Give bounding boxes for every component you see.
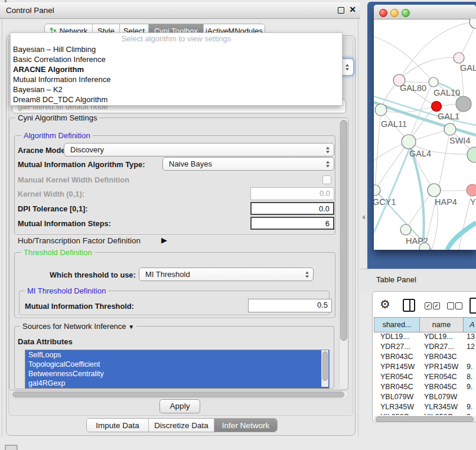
column-header-shared-name[interactable]: shared...	[374, 317, 420, 332]
column-header-name[interactable]: name	[420, 317, 464, 332]
mi-threshold-field[interactable]: 0.5	[248, 299, 332, 312]
close-icon[interactable]: ✕	[349, 5, 356, 14]
table-row[interactable]: YER054CYER054C8.	[374, 373, 476, 383]
network-node[interactable]	[444, 123, 456, 135]
attribute-item-selected[interactable]: gal4RGexp	[25, 379, 329, 388]
table-row[interactable]: YPR145WYPR145W9.	[374, 363, 476, 373]
split-pane-handle[interactable]	[362, 215, 365, 220]
network-node-label: GAL4	[409, 149, 431, 158]
column-header-label: name	[432, 321, 451, 329]
cyni-settings-group-title: Cyni Algorithm Settings	[15, 113, 99, 122]
tab-infer-network[interactable]: Infer Network	[214, 419, 277, 432]
minimize-traffic-light[interactable]	[390, 9, 399, 17]
column-header-clipped[interactable]: A	[464, 317, 476, 332]
checked-checkbox-icon[interactable]: ✓	[425, 302, 432, 309]
float-window-icon[interactable]	[338, 7, 344, 14]
table-cell: YBR045C	[420, 383, 464, 393]
network-node[interactable]	[400, 224, 411, 235]
table-row[interactable]: YDR27...YDR27...12	[374, 343, 476, 353]
network-node[interactable]	[428, 184, 441, 197]
panel-left-edge	[2, 18, 2, 437]
columns-icon[interactable]	[403, 299, 415, 312]
resize-grip-icon[interactable]	[5, 445, 18, 450]
aracne-mode-value: Discovery	[70, 145, 104, 154]
table-hscrollbar-thumb[interactable]	[376, 416, 474, 422]
table-row[interactable]: YBR045CYBR045C9.	[374, 383, 476, 393]
aracne-mode-combo[interactable]: Discovery	[64, 143, 334, 156]
network-node-label: HAP4	[435, 197, 457, 207]
column-header-label: A	[470, 321, 474, 329]
sources-group-title-text: Sources for Network Inference	[22, 322, 126, 331]
algorithm-option[interactable]: Mutual Information Inference	[11, 74, 342, 84]
which-threshold-combo[interactable]: MI Threshold	[139, 268, 314, 281]
settings-scrollbar[interactable]	[339, 119, 348, 388]
network-canvas[interactable]: GALGAL80GAL10GAL1GAL11SWI4GAL4GCY1HAP4YH…	[374, 19, 476, 250]
combo-stepper-icon	[326, 161, 330, 167]
settings-hscrollbar[interactable]	[11, 390, 348, 399]
network-node[interactable]	[419, 243, 430, 250]
table-cell: 9.	[464, 403, 476, 413]
unchecked-checkbox-icon[interactable]	[447, 302, 454, 309]
unchecked-checkbox-icon[interactable]	[455, 302, 462, 309]
manual-kernel-checkbox[interactable]	[322, 175, 331, 184]
algorithm-option[interactable]: Basic Correlation Inference	[11, 54, 342, 64]
network-window-titlebar[interactable]	[374, 5, 476, 19]
algorithm-option-selected[interactable]: ARACNE Algorithm	[11, 64, 342, 74]
settings-hscrollbar-thumb[interactable]	[12, 392, 344, 397]
tab-discretize-data[interactable]: Discretize Data	[149, 419, 214, 432]
data-attributes-list[interactable]: SelfLoops TopologicalCoefficient Between…	[25, 350, 330, 389]
kernel-width-value: 0.0	[319, 189, 330, 198]
network-node[interactable]	[454, 53, 464, 63]
table-row[interactable]: YBR043CYBR043C	[374, 353, 476, 363]
table-panel-header: Table Panel	[360, 269, 476, 292]
algorithm-select-popup: Select algorithm to view settings Bayesi…	[10, 32, 343, 106]
network-node[interactable]	[470, 19, 476, 28]
algorithm-option[interactable]: Bayesian – K2	[11, 84, 342, 94]
mi-threshold-group-title: MI Threshold Definition	[25, 286, 108, 295]
network-node[interactable]	[402, 135, 416, 149]
table-row[interactable]: YIL052CYIL052C9.	[374, 413, 476, 415]
dpi-tolerance-field[interactable]: 0.0	[250, 202, 334, 215]
table-row[interactable]: YLR345WYLR345W9.	[374, 403, 476, 413]
checked-checkbox-icon[interactable]: ✓	[433, 302, 440, 309]
zoom-traffic-light[interactable]	[402, 9, 410, 17]
algorithm-option[interactable]: Dream8 DC_TDC Algorithm	[11, 94, 342, 105]
network-node-label: SWI4	[449, 136, 470, 145]
algorithm-option[interactable]: Bayesian – Hill Climbing	[11, 44, 342, 54]
table-hscrollbar[interactable]	[374, 416, 476, 422]
tab-impute-data[interactable]: Impute Data	[87, 419, 149, 432]
network-node[interactable]	[456, 96, 471, 112]
attribute-item-selected[interactable]: TopologicalCoefficient	[25, 360, 329, 369]
table-cell: YBR043C	[374, 353, 420, 363]
table-row[interactable]: YDL19...YDL19...13	[374, 332, 476, 343]
table-cell: YBL079W	[420, 393, 464, 403]
close-traffic-light[interactable]	[379, 9, 387, 17]
table-cell: 9.	[464, 383, 476, 393]
network-node[interactable]	[375, 104, 387, 116]
apply-button-label: Apply	[170, 402, 190, 410]
document-icon[interactable]	[470, 298, 476, 314]
combo-stepper-icon	[305, 271, 309, 278]
mi-threshold-label: Mutual Information Threshold:	[25, 302, 134, 311]
mi-steps-field[interactable]: 6	[250, 217, 334, 230]
apply-button[interactable]: Apply	[159, 399, 200, 413]
combo-stepper-icon	[345, 64, 349, 70]
attribute-item-selected[interactable]: BetweennessCentrality	[25, 369, 329, 379]
mi-algorithm-type-combo[interactable]: Naive Bayes	[162, 157, 334, 171]
caret-down-icon[interactable]: ▼	[128, 324, 134, 330]
network-node[interactable]	[467, 147, 476, 162]
network-node[interactable]	[432, 102, 442, 112]
attribute-list-scrollbar-thumb[interactable]	[322, 351, 328, 381]
network-node[interactable]	[467, 184, 476, 196]
caret-right-icon[interactable]: ▶	[161, 236, 167, 244]
table-cell: YLR345W	[374, 403, 420, 413]
attribute-list-scrollbar[interactable]	[321, 350, 328, 387]
mi-threshold-value: 0.5	[317, 301, 328, 309]
settings-scrollbar-thumb[interactable]	[340, 120, 347, 341]
network-node[interactable]	[429, 77, 438, 87]
gear-icon[interactable]: ⚙	[380, 297, 390, 311]
table-row[interactable]: YBL079WYBL079W	[374, 393, 476, 403]
kernel-width-field[interactable]: 0.0	[250, 187, 334, 200]
attribute-item-selected[interactable]: SelfLoops	[25, 350, 329, 360]
hub-definition-label[interactable]: Hub/Transcription Factor Definition	[18, 236, 141, 245]
